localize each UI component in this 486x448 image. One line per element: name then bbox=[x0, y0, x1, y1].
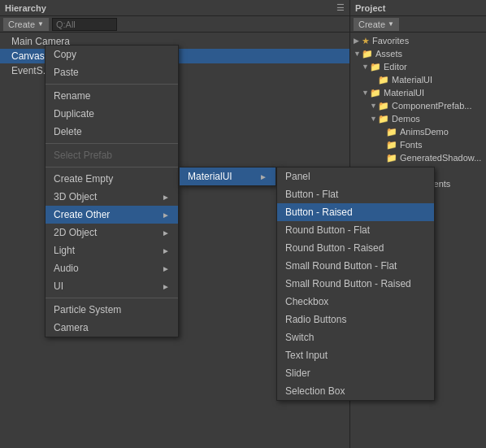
sm2-panel[interactable]: Panel bbox=[277, 167, 434, 185]
submenu-arrow-icon: ► bbox=[162, 211, 170, 220]
tree-arrow-icon: ▼ bbox=[370, 102, 378, 110]
tree-materialui-top[interactable]: ▼ 📁 MaterialUI bbox=[350, 86, 486, 99]
tree-favorites[interactable]: ▶ ★ Favorites bbox=[350, 34, 486, 47]
submenu1-materialui[interactable]: MaterialUI ► bbox=[180, 167, 276, 185]
folder-icon: 📁 bbox=[386, 140, 397, 150]
folder-icon: 📁 bbox=[386, 153, 397, 163]
hierarchy-search-input[interactable] bbox=[52, 18, 117, 31]
tree-arrow-icon: ▼ bbox=[362, 89, 370, 97]
submenu-arrow-icon: ► bbox=[162, 193, 170, 202]
context-menu: Copy Paste Rename Duplicate Delete Selec… bbox=[45, 45, 179, 337]
folder-icon: 📁 bbox=[378, 75, 389, 85]
folder-icon: 📁 bbox=[378, 114, 389, 124]
project-title: Project bbox=[355, 3, 385, 13]
tree-fonts[interactable]: 📁 Fonts bbox=[350, 138, 486, 151]
tree-demos[interactable]: ▼ 📁 Demos bbox=[350, 112, 486, 125]
dropdown-arrow-icon: ▼ bbox=[388, 20, 394, 28]
submenu-arrow-icon: ► bbox=[162, 264, 170, 273]
project-create-button[interactable]: Create ▼ bbox=[354, 18, 399, 31]
cm-camera[interactable]: Camera bbox=[46, 319, 178, 337]
cm-duplicate[interactable]: Duplicate bbox=[46, 105, 178, 123]
cm-sep4 bbox=[46, 298, 178, 298]
sm2-checkbox[interactable]: Checkbox bbox=[277, 293, 434, 311]
sm2-round-button-flat[interactable]: Round Button - Flat bbox=[277, 221, 434, 239]
tree-arrow-icon: ▶ bbox=[354, 37, 362, 45]
folder-icon: 📁 bbox=[386, 127, 397, 137]
folder-icon: 📁 bbox=[378, 101, 389, 111]
cm-light[interactable]: Light ► bbox=[46, 241, 178, 259]
tree-materialui-editor[interactable]: 📁 MaterialUI bbox=[350, 73, 486, 86]
hierarchy-header: Hierarchy ☰ bbox=[0, 0, 349, 16]
dropdown-arrow-icon: ▼ bbox=[37, 20, 44, 28]
tree-generated-shadow[interactable]: 📁 GeneratedShadow... bbox=[350, 151, 486, 164]
star-icon: ★ bbox=[362, 36, 370, 46]
sm2-switch[interactable]: Switch bbox=[277, 328, 434, 346]
folder-icon: 📁 bbox=[362, 49, 373, 59]
cm-particle-system[interactable]: Particle System bbox=[46, 301, 178, 319]
tree-assets[interactable]: ▼ 📁 Assets bbox=[350, 47, 486, 60]
sm2-button-flat[interactable]: Button - Flat bbox=[277, 185, 434, 203]
cm-rename[interactable]: Rename bbox=[46, 87, 178, 105]
hierarchy-toolbar: Create ▼ bbox=[0, 16, 349, 33]
submenu-arrow-icon: ► bbox=[162, 246, 170, 255]
sm2-slider[interactable]: Slider bbox=[277, 364, 434, 382]
submenu-arrow-icon: ► bbox=[162, 228, 170, 237]
cm-create-empty[interactable]: Create Empty bbox=[46, 170, 178, 188]
tree-anims-demo[interactable]: 📁 AnimsDemo bbox=[350, 125, 486, 138]
cm-paste[interactable]: Paste bbox=[46, 63, 178, 81]
tree-arrow-icon: ▼ bbox=[362, 63, 370, 71]
cm-create-other[interactable]: Create Other ► bbox=[46, 206, 178, 224]
cm-ui[interactable]: UI ► bbox=[46, 277, 178, 295]
sm2-small-round-button-raised[interactable]: Small Round Button - Raised bbox=[277, 275, 434, 293]
cm-sep2 bbox=[46, 143, 178, 144]
project-header: Project bbox=[350, 0, 486, 16]
cm-3d-object[interactable]: 3D Object ► bbox=[46, 188, 178, 206]
sm2-round-button-raised[interactable]: Round Button - Raised bbox=[277, 239, 434, 257]
tree-arrow-icon: ▼ bbox=[354, 50, 362, 58]
sm2-small-round-button-flat[interactable]: Small Round Button - Flat bbox=[277, 257, 434, 275]
submenu-materialui-container: MaterialUI ► bbox=[179, 167, 276, 186]
submenu-components-container: Panel Button - Flat Button - Raised Roun… bbox=[276, 167, 435, 401]
submenu-arrow-icon: ► bbox=[162, 282, 170, 291]
sm2-button-raised[interactable]: Button - Raised bbox=[277, 203, 434, 221]
tree-component-prefab[interactable]: ▼ 📁 ComponentPrefab... bbox=[350, 99, 486, 112]
tree-arrow-icon: ▼ bbox=[370, 115, 378, 123]
folder-icon: 📁 bbox=[370, 88, 381, 98]
hierarchy-create-button[interactable]: Create ▼ bbox=[3, 18, 49, 31]
cm-select-prefab: Select Prefab bbox=[46, 146, 178, 164]
tree-editor[interactable]: ▼ 📁 Editor bbox=[350, 60, 486, 73]
sm2-text-input[interactable]: Text Input bbox=[277, 346, 434, 364]
cm-copy[interactable]: Copy bbox=[46, 46, 178, 63]
sm2-selection-box[interactable]: Selection Box bbox=[277, 382, 434, 400]
folder-icon: 📁 bbox=[370, 62, 381, 72]
cm-audio[interactable]: Audio ► bbox=[46, 259, 178, 277]
cm-2d-object[interactable]: 2D Object ► bbox=[46, 224, 178, 241]
sm2-radio-buttons[interactable]: Radio Buttons bbox=[277, 311, 434, 328]
cm-sep1 bbox=[46, 84, 178, 85]
submenu-arrow-icon: ► bbox=[259, 172, 267, 181]
cm-delete[interactable]: Delete bbox=[46, 123, 178, 141]
hierarchy-menu-icon[interactable]: ☰ bbox=[336, 2, 345, 13]
project-toolbar: Create ▼ bbox=[350, 16, 486, 33]
cm-sep3 bbox=[46, 167, 178, 167]
hierarchy-title: Hierarchy bbox=[5, 3, 46, 13]
